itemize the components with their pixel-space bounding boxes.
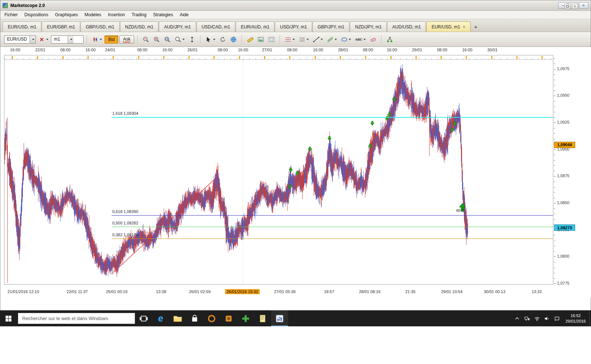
ruler-icon[interactable] — [245, 35, 255, 44]
chart-tab-aud-jpy-m1-4[interactable]: AUD/JPY, m1 — [159, 21, 196, 32]
refresh-icon[interactable] — [218, 35, 228, 44]
network-icon[interactable] — [522, 310, 532, 326]
menu-item-trading[interactable]: Trading — [128, 11, 150, 18]
file-explorer-taskbar-icon[interactable] — [169, 310, 186, 326]
tab-close-icon[interactable]: × — [463, 25, 465, 29]
price-label: 1,0800 — [557, 254, 570, 258]
chevron-down-icon[interactable] — [30, 36, 35, 43]
chart-tab-usd-cad-m1-5[interactable]: USD/CAD, m1 — [197, 21, 235, 32]
fit-vertical-icon[interactable] — [187, 35, 197, 44]
chart-tab-eur-usd-m1-11[interactable]: EUR/USD, m1× — [426, 21, 470, 32]
start-button[interactable] — [0, 310, 17, 326]
fib-level-line-3[interactable] — [112, 238, 553, 239]
eraser-icon[interactable] — [368, 35, 378, 44]
globe-icon[interactable] — [229, 35, 238, 44]
chart-region: 48.6 1,618 1,093040,618 1,083900,500 1,0… — [0, 47, 591, 298]
chart-tab-gbp-jpy-m1-8[interactable]: GBP/JPY, m1 — [312, 21, 349, 32]
chart-type-icon[interactable] — [90, 35, 103, 44]
bid-toggle[interactable]: Bid — [105, 35, 118, 44]
menu-item-aide[interactable]: Aide — [176, 11, 192, 18]
edge-taskbar-icon[interactable]: e — [152, 310, 169, 326]
dropdown-caret-icon[interactable] — [213, 39, 215, 40]
notepad-taskbar-icon[interactable] — [254, 310, 271, 326]
green-plus-app-taskbar-icon[interactable] — [237, 310, 254, 326]
chart-tab-eur-gbp-m1-1[interactable]: EUR/GBP, m1 — [42, 21, 80, 32]
dropdown-caret-icon[interactable] — [100, 39, 102, 40]
dropdown-caret-icon[interactable] — [293, 39, 295, 40]
trendline-tool-icon[interactable] — [311, 35, 324, 44]
zoom-preset-icon[interactable] — [173, 35, 186, 44]
chart-tab-gbp-usd-m1-2[interactable]: GBP/USD, m1 — [81, 21, 119, 32]
chart-tab-usd-jpy-m1-7[interactable]: USD/JPY, m1 — [275, 21, 312, 32]
close-symbol-icon[interactable] — [37, 35, 50, 44]
crosshair-icon[interactable] — [204, 35, 217, 44]
chart-plot-area[interactable]: 48.6 1,618 1,093040,618 1,083900,500 1,0… — [4, 55, 553, 285]
zoom-box-icon[interactable] — [163, 35, 172, 44]
chevron-down-icon[interactable] — [68, 36, 74, 43]
taskbar-clock[interactable]: 16:52 29/01/2016 — [562, 313, 589, 324]
text-tool-icon[interactable]: ABC — [353, 35, 367, 44]
time-label: 22/01 — [35, 48, 45, 52]
marketscope-taskbar-icon[interactable]: 2 — [271, 310, 288, 326]
store-taskbar-icon[interactable] — [186, 310, 203, 326]
chevron-up-icon[interactable] — [512, 310, 522, 326]
price-canvas[interactable] — [4, 55, 553, 285]
close-button[interactable]: × — [579, 2, 588, 9]
menu-item-dispositions[interactable]: Dispositions — [21, 11, 52, 18]
chart-tab-eur-aud-m1-6[interactable]: EUR/AUD, m1 — [236, 21, 274, 32]
symbol-select[interactable]: EUR/USD — [4, 35, 36, 44]
regression-tool-icon[interactable] — [325, 35, 338, 44]
taskbar-search-input[interactable]: Rechercher sur le web et dans Windows — [18, 313, 135, 324]
price-tick — [554, 107, 555, 107]
chart-tab-nzd-jpy-m1-9[interactable]: NZD/JPY, m1 — [350, 21, 387, 32]
close-pane-button[interactable]: × — [572, 4, 578, 9]
menu-item-graphiques[interactable]: Graphiques — [52, 11, 81, 18]
dropdown-caret-icon[interactable] — [363, 39, 366, 40]
camera-taskbar-icon[interactable] — [203, 310, 220, 326]
wifi-icon[interactable] — [532, 310, 542, 326]
ellipse-tool-icon[interactable] — [339, 35, 352, 44]
ask-toggle[interactable]: Ask — [119, 35, 134, 44]
price-label: 1,0925 — [557, 120, 570, 124]
chart-tab-aud-usd-m1-10[interactable]: AUD/USD, m1 — [387, 21, 426, 32]
dropdown-caret-icon[interactable] — [349, 39, 351, 40]
menu-item-insertion[interactable]: Insertion — [105, 11, 128, 18]
price-tick — [554, 112, 555, 112]
tab-label: GBP/USD, m1 — [86, 24, 114, 30]
fib-level-line-2[interactable] — [112, 227, 553, 227]
photos-app-taskbar-icon[interactable] — [220, 310, 237, 326]
hline-tool-icon[interactable] — [297, 35, 310, 44]
show-desktop-button[interactable] — [589, 310, 591, 326]
object-tree-icon[interactable] — [385, 35, 394, 44]
zoom-out-icon[interactable] — [141, 35, 151, 44]
action-center-icon[interactable] — [552, 310, 562, 326]
chart-tab-eur-usd-m1-0[interactable]: EUR/USD, m1 — [3, 21, 41, 32]
snapshot-icon[interactable] — [256, 35, 266, 44]
time-label: 08:00 — [60, 48, 71, 52]
clock-date: 29/01/2016 — [566, 319, 586, 324]
new-tab-button[interactable]: + — [471, 21, 481, 32]
menu-item-modeles[interactable]: Modeles — [81, 11, 105, 18]
zoom-in-icon[interactable] — [152, 35, 161, 44]
fib-level-line-1[interactable] — [112, 215, 553, 216]
timeframe-select[interactable]: m1 — [51, 35, 83, 44]
dropdown-caret-icon[interactable] — [321, 39, 323, 40]
dropdown-caret-icon[interactable] — [182, 39, 185, 40]
dropdown-caret-icon[interactable] — [46, 39, 48, 40]
time-label: 08:00 — [437, 48, 447, 52]
frame-icon[interactable] — [267, 35, 276, 44]
time-label: 22/01 11:37 — [65, 289, 89, 294]
chart-tab-nzd-usd-m1-3[interactable]: NZD/USD, m1 — [120, 21, 159, 32]
dropdown-caret-icon[interactable] — [307, 39, 309, 40]
volume-icon[interactable] — [542, 310, 552, 326]
price-tick — [554, 284, 556, 284]
dropdown-caret-icon[interactable] — [335, 39, 337, 40]
tab-label: GBP/JPY, m1 — [318, 24, 344, 30]
restore-layout-button[interactable] — [564, 4, 571, 9]
menu-item-strategies[interactable]: Strategies — [150, 11, 176, 18]
menu-item-fichier[interactable]: Fichier — [1, 11, 21, 18]
task-view-taskbar-icon[interactable] — [135, 310, 152, 326]
fibonacci-tool-icon[interactable] — [283, 35, 296, 44]
fib-level-line-0[interactable] — [112, 117, 553, 118]
tab-label: USD/CAD, m1 — [202, 24, 230, 30]
